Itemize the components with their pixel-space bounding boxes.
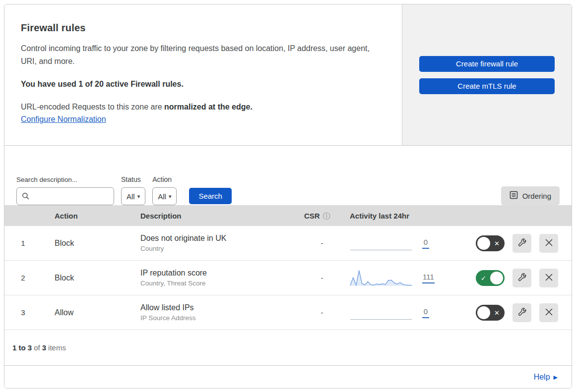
create-firewall-rule-button[interactable]: Create firewall rule [419,56,555,72]
wrench-icon [517,307,527,318]
close-icon [545,238,553,248]
action-dropdown[interactable]: All▾ [152,187,177,205]
rule-description: IP reputation score [140,269,304,278]
activity-sparkline [350,234,412,253]
status-filter-label: Status [121,175,145,183]
rule-criteria: Country, Threat Score [140,280,304,287]
rule-controls: ✓✕ [463,269,572,287]
table-row: 2 Block IP reputation score Country, Thr… [4,261,572,295]
table-row: 3 Allow Allow listed IPs IP Source Addre… [4,295,572,330]
pagination-items: items [48,343,66,352]
toggle-check-icon: ✓ [481,275,486,281]
rule-action: Allow [55,308,140,317]
toggle-knob [477,237,490,250]
intro-panel: Firewall rules Control incoming traffic … [4,4,402,145]
toggle-x-icon: ✕ [494,309,500,316]
help-link-label: Help [534,373,550,382]
rule-csr: - [304,239,350,247]
search-button[interactable]: Search [189,188,232,204]
header-action: Action [55,212,140,220]
activity-count-link[interactable]: 0 [422,238,429,249]
help-arrow-icon: ▶ [554,375,558,380]
toggle-knob [490,272,503,284]
chevron-down-icon: ▾ [137,194,140,199]
ordering-button-label: Ordering [522,192,551,200]
rule-activity-cell: 0 [350,234,463,253]
rule-activity-cell: 111 [350,269,463,287]
actions-panel: Create firewall rule Create mTLS rule [402,4,572,145]
toggle-knob [477,306,490,319]
rule-controls: ✓✕ [463,234,572,253]
activity-count-link[interactable]: 0 [422,307,429,318]
edit-rule-button[interactable] [512,234,531,253]
header-section: Firewall rules Control incoming traffic … [4,4,572,146]
page-description: Control incoming traffic to your zone by… [21,42,373,68]
rule-action: Block [55,274,140,282]
rule-controls: ✓✕ [463,303,572,322]
rule-criteria: Country [140,245,304,252]
close-icon [545,273,553,283]
rule-description-cell: IP reputation score Country, Threat Scor… [140,269,304,287]
help-bar: Help▶ [4,366,572,389]
ordering-button[interactable]: Ordering [501,186,560,205]
enable-toggle[interactable]: ✓✕ [476,270,505,286]
enable-toggle[interactable]: ✓✕ [476,235,505,251]
rule-criteria: IP Source Address [140,314,304,322]
search-field-group: Search description... [16,176,114,205]
search-wrap [16,187,114,205]
status-filter-group: Status All▾ [121,175,145,205]
wrench-icon [517,238,527,249]
rule-number: 3 [4,308,55,317]
filter-bar: Search description... Status All▾ Action… [4,146,572,205]
normalization-note: URL-encoded Requests to this zone are no… [21,103,382,112]
table-row: 1 Block Does not originate in UK Country… [4,226,572,261]
create-mtls-rule-button[interactable]: Create mTLS rule [419,78,555,94]
action-filter-label: Action [152,175,177,183]
header-csr: CSRⓘ [304,212,350,220]
header-activity: Activity last 24hr [350,212,463,220]
action-filter-group: Action All▾ [152,175,177,205]
pagination-range: 1 to 3 [12,343,32,352]
header-description: Description [140,212,304,220]
rules-list-section: Search description... Status All▾ Action… [4,146,572,366]
pagination-of: of [34,343,40,352]
enable-toggle[interactable]: ✓✕ [476,305,505,321]
pagination-status: 1 to 3 of 3 items [4,330,572,366]
rule-number: 2 [4,274,55,282]
ordering-icon [510,191,518,201]
edit-rule-button[interactable] [512,303,531,322]
rule-description: Does not originate in UK [140,234,304,243]
pagination-total: 3 [42,343,46,352]
status-dropdown-value: All [127,192,135,201]
activity-count-link[interactable]: 111 [422,273,435,283]
firewall-rules-page: Firewall rules Control incoming traffic … [4,4,572,389]
rule-number: 1 [4,239,55,247]
normalization-prefix: URL-encoded Requests to this zone are [21,103,164,111]
configure-normalization-link[interactable]: Configure Normalization [21,115,106,123]
edit-rule-button[interactable] [512,269,531,287]
rule-description-cell: Does not originate in UK Country [140,234,304,252]
normalization-bold: normalized at the edge. [164,103,253,111]
table-header: Action Description CSRⓘ Activity last 24… [4,205,572,226]
rule-description: Allow listed IPs [140,303,304,312]
activity-sparkline [350,303,412,322]
wrench-icon [517,273,527,283]
rule-description-cell: Allow listed IPs IP Source Address [140,303,304,322]
info-icon[interactable]: ⓘ [323,212,330,220]
rule-action: Block [55,239,140,248]
rule-csr: - [304,274,350,282]
delete-rule-button[interactable] [539,303,558,322]
search-input[interactable] [16,187,114,205]
page-title: Firewall rules [21,22,382,34]
activity-sparkline [350,269,412,287]
status-dropdown[interactable]: All▾ [121,187,145,205]
help-link[interactable]: Help▶ [534,373,558,382]
toggle-x-icon: ✕ [494,240,500,246]
delete-rule-button[interactable] [539,269,558,287]
action-dropdown-value: All [158,192,166,201]
chevron-down-icon: ▾ [169,194,172,199]
close-icon [545,308,553,318]
delete-rule-button[interactable] [539,234,558,253]
search-icon [22,192,29,202]
rule-activity-cell: 0 [350,303,463,322]
